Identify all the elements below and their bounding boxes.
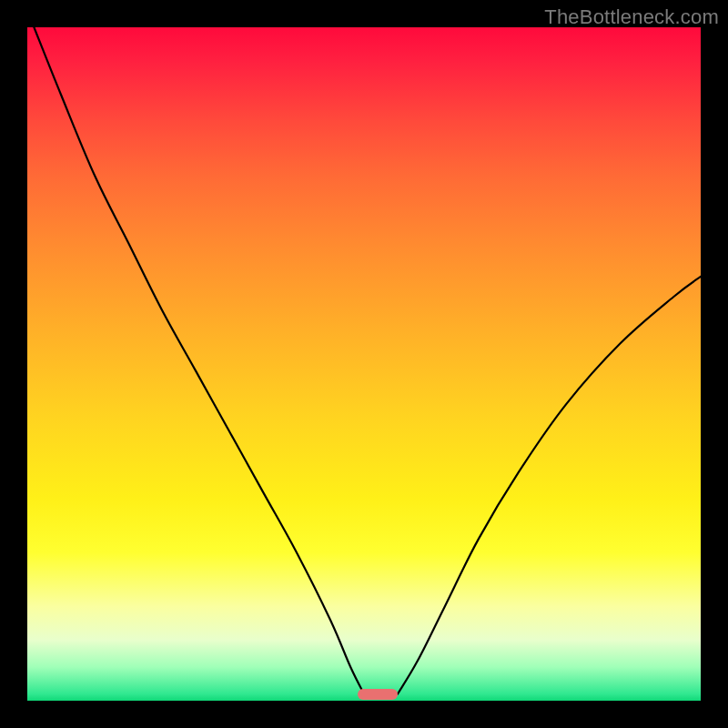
watermark-text: TheBottleneck.com xyxy=(544,5,719,29)
right-curve-path xyxy=(398,277,701,694)
left-curve-path xyxy=(34,27,364,694)
curve-overlay xyxy=(27,27,701,701)
minimum-marker xyxy=(358,689,398,700)
chart-plot-area xyxy=(27,27,701,701)
